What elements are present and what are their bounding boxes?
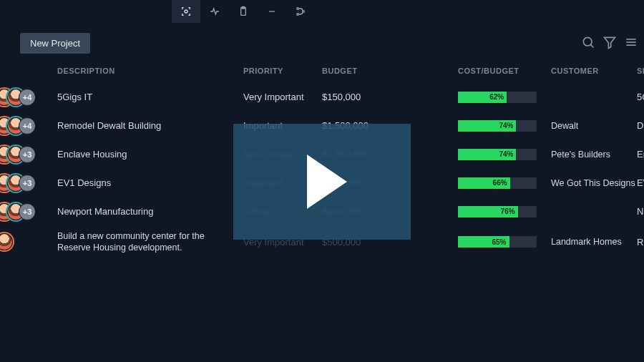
activity-icon[interactable] xyxy=(200,0,229,23)
avatar-stack[interactable]: +3 xyxy=(0,146,57,163)
scan-icon[interactable] xyxy=(172,0,200,23)
progress-fill: 74% xyxy=(458,120,516,132)
customer-cell: Pete's Builders xyxy=(551,150,637,160)
cost-budget-cell: 66% xyxy=(458,177,551,189)
avatar-stack[interactable] xyxy=(0,233,57,250)
avatar-more-count[interactable]: +3 xyxy=(19,146,36,163)
svg-line-8 xyxy=(590,44,593,47)
cost-budget-cell: 74% xyxy=(458,149,551,160)
avatar-stack[interactable]: +4 xyxy=(0,117,57,134)
clipboard-icon[interactable] xyxy=(229,0,258,23)
progress-bar: 74% xyxy=(458,149,537,160)
progress-fill: 66% xyxy=(458,177,510,189)
description-cell: Enclave Housing xyxy=(57,149,243,160)
cost-budget-cell: 76% xyxy=(458,206,551,217)
avatar-more-count[interactable]: +4 xyxy=(19,89,36,106)
customer-cell: We Got This Designs xyxy=(551,178,637,188)
avatar-stack[interactable]: +3 xyxy=(0,203,57,220)
sh-cell: Er xyxy=(637,149,644,160)
progress-fill: 65% xyxy=(458,236,509,248)
progress-bar: 74% xyxy=(458,120,537,132)
menu-icon[interactable] xyxy=(624,35,638,52)
avatar-more-count[interactable]: +3 xyxy=(19,175,36,192)
sh-cell: 5G xyxy=(637,92,644,102)
play-icon xyxy=(307,155,347,209)
video-play-overlay[interactable] xyxy=(233,124,411,240)
col-cost-budget[interactable]: COST/BUDGET xyxy=(458,67,551,75)
col-description[interactable]: DESCRIPTION xyxy=(0,67,57,75)
progress-fill: 76% xyxy=(458,206,518,217)
customer-cell: Landmark Homes xyxy=(551,237,637,247)
table-row[interactable]: +45Gigs ITVery Important$150,00062%5G xyxy=(0,82,644,111)
sh-cell: Ne xyxy=(637,206,644,217)
col-priority[interactable]: PRIORITY xyxy=(243,67,322,75)
search-icon[interactable] xyxy=(581,35,595,52)
header-right-tools xyxy=(581,35,638,52)
svg-marker-9 xyxy=(605,37,615,48)
col-sh[interactable]: SH xyxy=(637,67,644,75)
branch-icon[interactable] xyxy=(286,0,315,23)
priority-cell: Very Important xyxy=(243,92,322,102)
sh-cell: De xyxy=(637,120,644,131)
description-cell: Build a new community center for the Res… xyxy=(57,226,243,258)
svg-point-5 xyxy=(297,14,299,16)
budget-cell: $150,000 xyxy=(322,92,458,102)
cost-budget-cell: 62% xyxy=(458,92,551,103)
description-cell: Newport Manufacturing xyxy=(57,206,243,217)
progress-bar: 62% xyxy=(458,92,537,103)
svg-point-4 xyxy=(297,8,299,10)
column-headers: DESCRIPTION PRIORITY BUDGET COST/BUDGET … xyxy=(0,57,644,82)
sh-cell: Re xyxy=(637,237,644,248)
customer-cell: Dewalt xyxy=(551,121,637,131)
avatar-stack[interactable]: +3 xyxy=(0,175,57,192)
svg-point-6 xyxy=(303,11,305,13)
progress-bar: 66% xyxy=(458,177,537,189)
new-project-button[interactable]: New Project xyxy=(20,33,90,54)
avatar-stack[interactable]: +4 xyxy=(0,89,57,106)
avatar-more-count[interactable]: +3 xyxy=(19,203,36,220)
cost-budget-cell: 65% xyxy=(458,236,551,248)
avatar xyxy=(0,233,13,250)
progress-bar: 65% xyxy=(458,236,537,248)
sub-header: New Project xyxy=(0,23,644,57)
progress-bar: 76% xyxy=(458,206,537,217)
sh-cell: EV xyxy=(637,177,644,188)
svg-point-0 xyxy=(185,10,187,13)
progress-fill: 62% xyxy=(458,92,507,103)
col-budget[interactable]: BUDGET xyxy=(322,67,458,75)
col-customer[interactable]: CUSTOMER xyxy=(551,67,637,75)
filter-icon[interactable] xyxy=(602,35,617,52)
minus-icon[interactable] xyxy=(258,0,286,23)
description-cell: 5Gigs IT xyxy=(57,92,243,102)
description-cell: EV1 Designs xyxy=(57,177,243,188)
svg-point-7 xyxy=(583,37,592,46)
avatar-more-count[interactable]: +4 xyxy=(19,117,36,134)
description-cell: Remodel Dewalt Building xyxy=(57,120,243,131)
progress-fill: 74% xyxy=(458,149,516,160)
top-toolbar xyxy=(0,0,644,23)
cost-budget-cell: 74% xyxy=(458,120,551,132)
